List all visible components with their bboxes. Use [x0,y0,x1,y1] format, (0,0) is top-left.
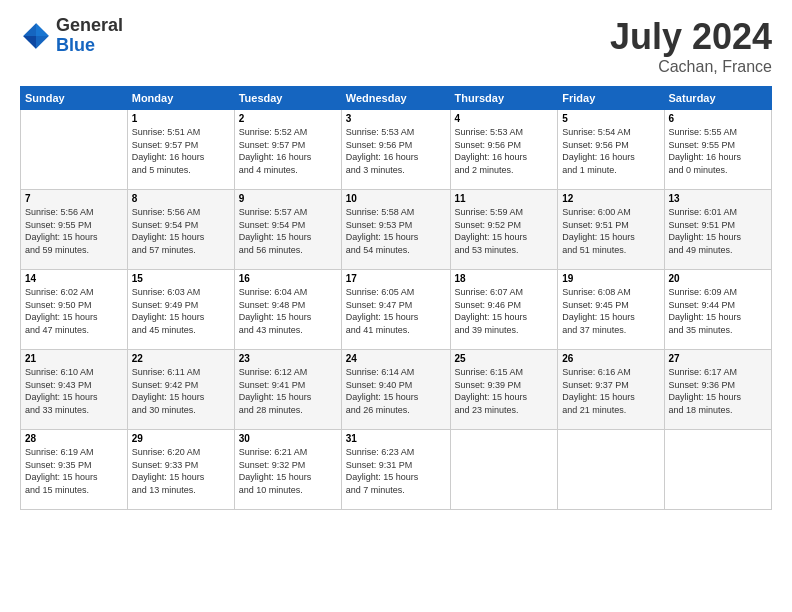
calendar-cell: 11Sunrise: 5:59 AMSunset: 9:52 PMDayligh… [450,190,558,270]
calendar-cell: 27Sunrise: 6:17 AMSunset: 9:36 PMDayligh… [664,350,771,430]
day-info: Sunrise: 5:55 AMSunset: 9:55 PMDaylight:… [669,126,767,176]
day-number: 9 [239,193,337,204]
logo-icon [20,20,52,52]
day-number: 16 [239,273,337,284]
day-number: 10 [346,193,446,204]
svg-marker-2 [23,36,36,49]
day-info: Sunrise: 6:17 AMSunset: 9:36 PMDaylight:… [669,366,767,416]
calendar-cell: 1Sunrise: 5:51 AMSunset: 9:57 PMDaylight… [127,110,234,190]
day-number: 1 [132,113,230,124]
day-info: Sunrise: 6:15 AMSunset: 9:39 PMDaylight:… [455,366,554,416]
day-info: Sunrise: 5:56 AMSunset: 9:55 PMDaylight:… [25,206,123,256]
weekday-header-friday: Friday [558,87,664,110]
title-section: July 2024 Cachan, France [610,16,772,76]
calendar-cell: 25Sunrise: 6:15 AMSunset: 9:39 PMDayligh… [450,350,558,430]
week-row-5: 28Sunrise: 6:19 AMSunset: 9:35 PMDayligh… [21,430,772,510]
day-info: Sunrise: 6:08 AMSunset: 9:45 PMDaylight:… [562,286,659,336]
calendar-cell: 24Sunrise: 6:14 AMSunset: 9:40 PMDayligh… [341,350,450,430]
logo-general-text: General [56,16,123,36]
calendar-cell [664,430,771,510]
calendar-cell: 3Sunrise: 5:53 AMSunset: 9:56 PMDaylight… [341,110,450,190]
week-row-2: 7Sunrise: 5:56 AMSunset: 9:55 PMDaylight… [21,190,772,270]
day-info: Sunrise: 6:11 AMSunset: 9:42 PMDaylight:… [132,366,230,416]
day-number: 20 [669,273,767,284]
calendar-cell: 12Sunrise: 6:00 AMSunset: 9:51 PMDayligh… [558,190,664,270]
day-number: 6 [669,113,767,124]
day-number: 30 [239,433,337,444]
day-info: Sunrise: 6:07 AMSunset: 9:46 PMDaylight:… [455,286,554,336]
weekday-header-sunday: Sunday [21,87,128,110]
week-row-4: 21Sunrise: 6:10 AMSunset: 9:43 PMDayligh… [21,350,772,430]
calendar-cell: 30Sunrise: 6:21 AMSunset: 9:32 PMDayligh… [234,430,341,510]
day-number: 2 [239,113,337,124]
calendar-cell: 18Sunrise: 6:07 AMSunset: 9:46 PMDayligh… [450,270,558,350]
calendar-table: SundayMondayTuesdayWednesdayThursdayFrid… [20,86,772,510]
calendar-cell: 21Sunrise: 6:10 AMSunset: 9:43 PMDayligh… [21,350,128,430]
calendar-cell: 20Sunrise: 6:09 AMSunset: 9:44 PMDayligh… [664,270,771,350]
day-info: Sunrise: 5:59 AMSunset: 9:52 PMDaylight:… [455,206,554,256]
day-number: 22 [132,353,230,364]
calendar-cell [21,110,128,190]
day-number: 5 [562,113,659,124]
calendar-cell: 19Sunrise: 6:08 AMSunset: 9:45 PMDayligh… [558,270,664,350]
calendar-cell [450,430,558,510]
day-number: 8 [132,193,230,204]
calendar-cell: 16Sunrise: 6:04 AMSunset: 9:48 PMDayligh… [234,270,341,350]
location: Cachan, France [610,58,772,76]
day-number: 23 [239,353,337,364]
calendar-cell: 26Sunrise: 6:16 AMSunset: 9:37 PMDayligh… [558,350,664,430]
calendar-cell: 8Sunrise: 5:56 AMSunset: 9:54 PMDaylight… [127,190,234,270]
calendar-cell: 22Sunrise: 6:11 AMSunset: 9:42 PMDayligh… [127,350,234,430]
day-number: 12 [562,193,659,204]
day-number: 28 [25,433,123,444]
day-number: 26 [562,353,659,364]
week-row-3: 14Sunrise: 6:02 AMSunset: 9:50 PMDayligh… [21,270,772,350]
logo-text: General Blue [56,16,123,56]
calendar-cell: 6Sunrise: 5:55 AMSunset: 9:55 PMDaylight… [664,110,771,190]
day-number: 14 [25,273,123,284]
day-number: 31 [346,433,446,444]
calendar-cell: 28Sunrise: 6:19 AMSunset: 9:35 PMDayligh… [21,430,128,510]
day-number: 17 [346,273,446,284]
day-info: Sunrise: 5:57 AMSunset: 9:54 PMDaylight:… [239,206,337,256]
day-number: 18 [455,273,554,284]
day-number: 21 [25,353,123,364]
day-info: Sunrise: 6:20 AMSunset: 9:33 PMDaylight:… [132,446,230,496]
calendar-cell: 5Sunrise: 5:54 AMSunset: 9:56 PMDaylight… [558,110,664,190]
page: General Blue July 2024 Cachan, France Su… [0,0,792,612]
day-number: 7 [25,193,123,204]
day-info: Sunrise: 5:52 AMSunset: 9:57 PMDaylight:… [239,126,337,176]
svg-marker-1 [36,23,49,36]
logo: General Blue [20,16,123,56]
calendar-cell: 7Sunrise: 5:56 AMSunset: 9:55 PMDaylight… [21,190,128,270]
day-info: Sunrise: 6:04 AMSunset: 9:48 PMDaylight:… [239,286,337,336]
weekday-header-row: SundayMondayTuesdayWednesdayThursdayFrid… [21,87,772,110]
day-info: Sunrise: 6:23 AMSunset: 9:31 PMDaylight:… [346,446,446,496]
day-info: Sunrise: 6:01 AMSunset: 9:51 PMDaylight:… [669,206,767,256]
header: General Blue July 2024 Cachan, France [20,16,772,76]
day-info: Sunrise: 6:21 AMSunset: 9:32 PMDaylight:… [239,446,337,496]
day-number: 3 [346,113,446,124]
weekday-header-wednesday: Wednesday [341,87,450,110]
day-info: Sunrise: 6:09 AMSunset: 9:44 PMDaylight:… [669,286,767,336]
day-number: 11 [455,193,554,204]
day-info: Sunrise: 5:51 AMSunset: 9:57 PMDaylight:… [132,126,230,176]
day-info: Sunrise: 5:54 AMSunset: 9:56 PMDaylight:… [562,126,659,176]
calendar-cell: 10Sunrise: 5:58 AMSunset: 9:53 PMDayligh… [341,190,450,270]
calendar-cell [558,430,664,510]
logo-blue-text: Blue [56,36,123,56]
month-year: July 2024 [610,16,772,58]
calendar-cell: 14Sunrise: 6:02 AMSunset: 9:50 PMDayligh… [21,270,128,350]
calendar-cell: 29Sunrise: 6:20 AMSunset: 9:33 PMDayligh… [127,430,234,510]
day-info: Sunrise: 5:53 AMSunset: 9:56 PMDaylight:… [455,126,554,176]
calendar-cell: 17Sunrise: 6:05 AMSunset: 9:47 PMDayligh… [341,270,450,350]
day-number: 24 [346,353,446,364]
day-info: Sunrise: 6:16 AMSunset: 9:37 PMDaylight:… [562,366,659,416]
day-info: Sunrise: 6:00 AMSunset: 9:51 PMDaylight:… [562,206,659,256]
day-number: 4 [455,113,554,124]
calendar-cell: 4Sunrise: 5:53 AMSunset: 9:56 PMDaylight… [450,110,558,190]
calendar-cell: 23Sunrise: 6:12 AMSunset: 9:41 PMDayligh… [234,350,341,430]
day-number: 27 [669,353,767,364]
day-info: Sunrise: 6:02 AMSunset: 9:50 PMDaylight:… [25,286,123,336]
day-number: 29 [132,433,230,444]
